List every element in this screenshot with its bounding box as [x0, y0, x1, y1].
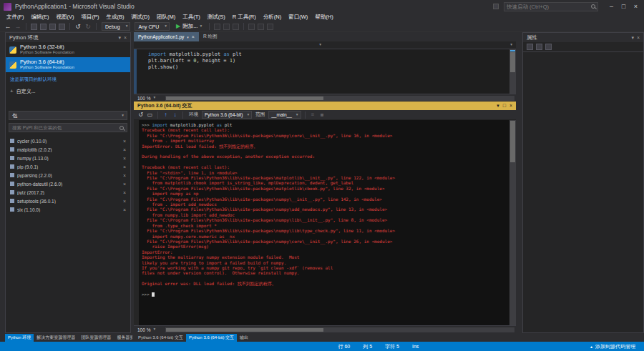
package-row[interactable]: pytz (2017.2)× — [6, 188, 130, 197]
chevron-down-icon[interactable]: ▾ — [118, 35, 121, 41]
menu-item[interactable]: 帮助(H) — [311, 14, 336, 21]
interactive-options-icon[interactable]: ≡ — [309, 112, 317, 118]
property-pages-icon[interactable] — [545, 44, 552, 50]
scrollbar-thumb[interactable] — [166, 97, 323, 100]
properties-panel-header[interactable]: 属性 ▾ × — [523, 33, 643, 42]
stop-icon[interactable]: ■ — [318, 112, 326, 118]
quick-launch-box[interactable] — [504, 2, 598, 11]
remove-package-button[interactable]: × — [123, 190, 126, 195]
close-icon[interactable]: × — [192, 34, 195, 39]
interactive-zoom-dropdown[interactable]: 100 % ▾ — [134, 327, 164, 332]
solution-platform-dropdown[interactable]: Any CPU ▾ — [135, 22, 170, 31]
maximize-button[interactable]: □ — [618, 0, 630, 13]
editor-vertical-scrollbar[interactable] — [509, 49, 516, 94]
package-row[interactable]: numpy (1.13.0)× — [6, 154, 130, 162]
interactive-horizontal-scrollbar[interactable] — [165, 327, 514, 332]
tool-window-tab[interactable]: 输出 — [237, 334, 251, 342]
maximize-icon[interactable]: □ — [503, 103, 506, 109]
package-row[interactable]: matplotlib (2.0.2)× — [6, 145, 130, 154]
package-search-box[interactable] — [9, 123, 127, 132]
menu-item[interactable]: 文件(F) — [3, 14, 28, 21]
close-button[interactable]: × — [630, 0, 642, 13]
menu-item[interactable]: R 工具(R) — [229, 14, 260, 21]
attach-button[interactable]: ▶ 附加... ▾ — [172, 23, 205, 30]
document-tab[interactable]: PythonApplication1.py▾× — [134, 32, 199, 41]
close-icon[interactable]: × — [509, 103, 512, 109]
minimize-button[interactable]: – — [605, 0, 618, 13]
menu-item[interactable]: 分析(N) — [260, 14, 285, 21]
reset-icon[interactable]: ↺ — [137, 112, 145, 118]
package-row[interactable]: six (1.10.0)× — [6, 205, 130, 214]
quick-launch-input[interactable] — [507, 4, 590, 10]
toolbar-icon[interactable] — [267, 24, 273, 30]
package-search-input[interactable] — [12, 125, 118, 130]
navigate-back-icon[interactable]: ← — [4, 22, 12, 31]
menu-item[interactable]: 项目(P) — [78, 14, 103, 21]
interactive-window[interactable]: >>> import matplotlib.pyplot as pltTrace… — [134, 120, 516, 325]
scrollbar-thumb[interactable] — [510, 52, 515, 72]
remove-package-button[interactable]: × — [123, 139, 126, 144]
close-icon[interactable]: × — [124, 35, 127, 41]
interactive-vertical-scrollbar[interactable] — [509, 120, 516, 325]
package-row[interactable]: pyparsing (2.2.0)× — [6, 171, 130, 179]
navigate-forward-icon[interactable]: → — [14, 22, 22, 31]
tool-window-tab[interactable]: Python 3.6 (64-bit) 交互 — [135, 334, 186, 342]
package-row[interactable]: python-dateutil (2.6.0)× — [6, 179, 130, 188]
interactive-scope-dropdown[interactable]: __main__ ▾ — [268, 111, 301, 119]
environment-item[interactable]: Python 3.6 (64-bit)Python Software Found… — [6, 57, 130, 72]
add-to-source-control-button[interactable]: ▴ 添加到源代码管理 — [584, 343, 642, 350]
close-icon[interactable]: × — [637, 35, 640, 41]
history-next-icon[interactable]: ↓ — [171, 112, 179, 118]
open-file-icon[interactable] — [40, 24, 47, 30]
document-tab[interactable]: R 绘图 — [199, 32, 222, 41]
interactive-environment-dropdown[interactable]: Python 3.6 (64-bit) ▾ — [202, 111, 252, 119]
code-editor[interactable]: import matplotlib.pyplot as pltplt.bar(l… — [134, 49, 516, 94]
titlebar[interactable]: PythonApplication1 - Microsoft Visual St… — [0, 0, 644, 13]
save-icon[interactable] — [49, 24, 56, 30]
navigation-member-dropdown[interactable]: ▾ — [325, 41, 516, 49]
environment-item[interactable]: Python 3.6 (32-bit)Python Software Found… — [6, 42, 130, 57]
toolbar-icon[interactable] — [223, 24, 230, 30]
add-custom-environment-link[interactable]: + 自定义... — [6, 83, 130, 95]
scrollbar-thumb[interactable] — [166, 328, 323, 332]
remove-package-button[interactable]: × — [123, 199, 126, 204]
categorized-icon[interactable] — [527, 44, 533, 50]
remove-package-button[interactable]: × — [123, 182, 126, 187]
tool-window-tab[interactable]: Python 3.6 (64-bit) 交互 — [186, 334, 237, 342]
remove-package-button[interactable]: × — [123, 164, 126, 169]
feedback-icon[interactable] — [493, 4, 499, 9]
package-row[interactable]: pip (9.0.1)× — [6, 162, 130, 171]
environments-panel-header[interactable]: Python 环境 ▾ × — [6, 33, 130, 42]
tool-window-tab[interactable]: 服务器资源管理器 — [114, 334, 132, 342]
menu-item[interactable]: 工具(T) — [179, 14, 204, 21]
alphabetical-icon[interactable] — [536, 44, 542, 50]
undo-icon[interactable]: ↺ — [74, 22, 82, 31]
chevron-down-icon[interactable]: ▾ — [187, 35, 189, 39]
remove-package-button[interactable]: × — [123, 173, 126, 178]
interactive-window-titlebar[interactable]: Python 3.6 (64-bit) 交互 ▾ □ × — [134, 102, 516, 110]
redo-icon[interactable]: ↻ — [84, 22, 92, 31]
menu-item[interactable]: 团队(M) — [153, 14, 179, 21]
remove-package-button[interactable]: × — [123, 147, 126, 152]
package-row[interactable]: setuptools (36.0.1)× — [6, 197, 130, 205]
save-all-icon[interactable] — [59, 24, 65, 30]
navigation-scope-dropdown[interactable]: ▾ — [134, 41, 325, 49]
toolbar-icon[interactable] — [233, 24, 239, 30]
menu-item[interactable]: 生成(B) — [103, 14, 128, 21]
tool-window-tab[interactable]: 解决方案资源管理器 — [34, 334, 78, 342]
package-row[interactable]: cycler (0.10.0)× — [6, 137, 130, 145]
toolbar-icon[interactable] — [248, 24, 255, 30]
scrollbar-thumb[interactable] — [510, 121, 515, 162]
package-view-dropdown[interactable]: 包 ▾ — [9, 111, 127, 120]
window-position-icon[interactable]: ▾ — [497, 103, 499, 109]
menu-item[interactable]: 编辑(E) — [28, 14, 53, 21]
code-area[interactable]: import matplotlib.pyplot as pltplt.bar(l… — [144, 49, 509, 94]
remove-package-button[interactable]: × — [123, 207, 126, 212]
toolbar-icon[interactable] — [258, 24, 264, 30]
menu-item[interactable]: 调试(D) — [128, 14, 153, 21]
solution-configuration-dropdown[interactable]: Debug ▾ — [102, 22, 130, 31]
editor-horizontal-scrollbar[interactable] — [165, 96, 514, 101]
history-previous-icon[interactable]: ↑ — [162, 112, 170, 118]
remove-package-button[interactable]: × — [123, 156, 126, 161]
toolbar-icon[interactable] — [214, 24, 220, 30]
